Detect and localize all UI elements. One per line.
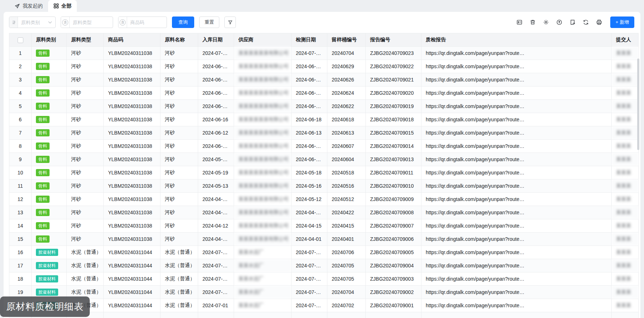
report-url-cell[interactable]: https://qr.dingtalk.com/page/yunpan?rout… <box>421 100 612 113</box>
table-row[interactable]: 8骨料河砂YLBM20240311038河砂2024-06-…某某某某某某有限公… <box>9 140 639 153</box>
supplier-cell[interactable]: 某某某某某某有限公司 <box>234 233 291 246</box>
sample-bucket-cell[interactable]: 20240422 <box>327 206 366 219</box>
report-url-cell[interactable]: https://qr.dingtalk.com/page/yunpan?rout… <box>421 259 612 272</box>
test-date-cell[interactable]: 2024-05-16 <box>291 179 327 193</box>
submitter-cell[interactable]: 某某某 <box>612 299 639 312</box>
cloud-upload-icon[interactable] <box>556 19 563 25</box>
submitter-cell[interactable]: 某某某 <box>612 193 639 206</box>
report-number-cell[interactable]: ZJBG20240709005 <box>366 246 421 259</box>
select-all-checkbox[interactable] <box>18 37 23 43</box>
test-date-cell[interactable]: 2024-06-13 <box>291 126 327 140</box>
sample-bucket-cell[interactable]: 20240622 <box>327 100 366 113</box>
report-url-cell[interactable]: https://qr.dingtalk.com/page/yunpan?rout… <box>421 86 612 100</box>
table-row[interactable]: 11骨料河砂YLBM20240311038河砂2024-05-13某某某某某某有… <box>9 179 639 193</box>
material-type-cell[interactable]: 水泥（普通） <box>67 259 104 272</box>
material-type-cell[interactable]: 河砂 <box>67 113 104 126</box>
submitter-cell[interactable]: 某某某 <box>612 259 639 272</box>
supplier-cell[interactable]: 某某水泥厂 <box>234 272 291 286</box>
category-cell[interactable]: 骨料 <box>32 47 67 60</box>
test-date-cell[interactable]: 2024-07-… <box>291 286 327 299</box>
supplier-cell[interactable]: 某某某某某某有限公司 <box>234 166 291 179</box>
row-number-cell[interactable]: 18 <box>9 272 32 286</box>
sample-bucket-cell[interactable]: 20240626 <box>327 73 366 86</box>
inbound-date-cell[interactable]: 2024-04-… <box>198 193 234 206</box>
material-name-cell[interactable]: 河砂 <box>160 179 198 193</box>
row-number-cell[interactable]: 17 <box>9 259 32 272</box>
product-code-cell[interactable]: YLBM20240311044 <box>104 259 160 272</box>
category-cell[interactable]: 胶凝材料 <box>32 272 67 286</box>
report-url-cell[interactable]: https://qr.dingtalk.com/page/yunpan?rout… <box>421 166 612 179</box>
material-name-cell[interactable]: 河砂 <box>160 140 198 153</box>
inbound-date-cell[interactable]: 2024-04-12 <box>198 219 234 233</box>
inbound-date-cell[interactable]: 2024-05-13 <box>198 179 234 193</box>
material-type-cell[interactable]: 河砂 <box>67 73 104 86</box>
inbound-date-cell[interactable]: 2024-07-… <box>198 272 234 286</box>
inbound-date-cell[interactable]: 2024-05-… <box>198 153 234 166</box>
row-number-cell[interactable]: 12 <box>9 193 32 206</box>
sample-bucket-cell[interactable]: 20240629 <box>327 60 366 73</box>
reset-button[interactable]: 重置 <box>199 17 219 28</box>
submitter-cell[interactable]: 某某某 <box>612 100 639 113</box>
report-number-cell[interactable]: ZJBG20240709006 <box>366 233 421 246</box>
product-code-cell[interactable]: YLBM20240311038 <box>104 153 160 166</box>
inbound-date-cell[interactable]: 2024-06-… <box>198 140 234 153</box>
test-date-cell[interactable]: 2024-07-… <box>291 47 327 60</box>
product-code-cell[interactable]: YLBM20240311038 <box>104 206 160 219</box>
submitter-cell[interactable]: 某某某 <box>612 60 639 73</box>
report-url-cell[interactable]: https://qr.dingtalk.com/page/yunpan?rout… <box>421 299 612 312</box>
category-cell[interactable]: 骨料 <box>32 206 67 219</box>
product-code-cell[interactable]: YLBM20240311038 <box>104 113 160 126</box>
sample-bucket-cell[interactable]: 20240705 <box>327 272 366 286</box>
report-url-cell[interactable]: https://qr.dingtalk.com/page/yunpan?rout… <box>421 246 612 259</box>
report-number-cell[interactable]: ZJBG20240709008 <box>366 206 421 219</box>
category-cell[interactable]: 骨料 <box>32 233 67 246</box>
material-type-cell[interactable]: 河砂 <box>67 166 104 179</box>
category-cell[interactable]: 骨料 <box>32 219 67 233</box>
material-type-cell[interactable]: 河砂 <box>67 140 104 153</box>
table-row[interactable]: 6骨料河砂YLBM20240311038河砂2024-06-16某某某某某某有限… <box>9 113 639 126</box>
submitter-cell[interactable]: 某某某 <box>612 73 639 86</box>
supplier-cell[interactable]: 某某某某某某有限公司 <box>234 126 291 140</box>
test-date-cell[interactable]: 2024-04-15 <box>291 219 327 233</box>
sample-bucket-cell[interactable]: 20240604 <box>327 153 366 166</box>
supplier-cell[interactable]: 某某水泥厂 <box>234 286 291 299</box>
row-number-cell[interactable]: 1 <box>9 47 32 60</box>
submitter-cell[interactable]: 某某某 <box>612 86 639 100</box>
material-type-cell[interactable]: 水泥（普通） <box>67 246 104 259</box>
category-cell[interactable]: 骨料 <box>32 73 67 86</box>
report-number-cell[interactable]: ZJBG20240709002 <box>366 286 421 299</box>
row-number-cell[interactable]: 10 <box>9 166 32 179</box>
material-type-cell[interactable]: 河砂 <box>67 219 104 233</box>
sample-bucket-cell[interactable]: 20240613 <box>327 126 366 140</box>
material-name-cell[interactable]: 河砂 <box>160 233 198 246</box>
inbound-date-cell[interactable]: 2024-06-… <box>198 86 234 100</box>
product-code-cell[interactable]: YLBM20240311038 <box>104 140 160 153</box>
material-type-cell[interactable]: 河砂 <box>67 179 104 193</box>
test-date-cell[interactable]: 2024-06-… <box>291 60 327 73</box>
submitter-cell[interactable]: 某某某 <box>612 179 639 193</box>
gear-icon[interactable] <box>543 19 549 25</box>
test-date-cell[interactable]: 2024-06-18 <box>291 113 327 126</box>
sample-bucket-cell[interactable]: 20240702 <box>327 299 366 312</box>
material-type-cell[interactable]: 河砂 <box>67 60 104 73</box>
category-cell[interactable]: 骨料 <box>32 166 67 179</box>
table-row[interactable]: 3骨料河砂YLBM20240311038河砂2024-06-…某某某某某某有限公… <box>9 73 639 86</box>
report-url-cell[interactable]: https://qr.dingtalk.com/page/yunpan?rout… <box>421 153 612 166</box>
report-number-cell[interactable]: ZJBG20240709009 <box>366 193 421 206</box>
product-code-cell[interactable]: YLBM20240311038 <box>104 86 160 100</box>
report-number-cell[interactable]: ZJBG20240709014 <box>366 140 421 153</box>
supplier-cell[interactable]: 某某某某某某有限公司 <box>234 100 291 113</box>
export-icon[interactable] <box>569 19 576 25</box>
table-row[interactable]: 16胶凝材料水泥（普通）YLBM20240311044水泥（普通）2024-07… <box>9 246 639 259</box>
report-url-cell[interactable]: https://qr.dingtalk.com/page/yunpan?rout… <box>421 126 612 140</box>
sample-bucket-cell[interactable]: 20240415 <box>327 219 366 233</box>
report-url-cell[interactable]: https://qr.dingtalk.com/page/yunpan?rout… <box>421 60 612 73</box>
row-number-cell[interactable]: 7 <box>9 126 32 140</box>
table-row[interactable]: 19胶凝材料水泥（普通）YLBM20240311044水泥（普通）2024-07… <box>9 286 639 299</box>
inbound-date-cell[interactable]: 2024-07-… <box>198 47 234 60</box>
tab-all[interactable]: 全部 <box>48 0 77 12</box>
category-cell[interactable]: 骨料 <box>32 153 67 166</box>
table-row[interactable]: 4骨料河砂YLBM20240311038河砂2024-06-…某某某某某某有限公… <box>9 86 639 100</box>
material-name-cell[interactable]: 水泥（普通） <box>160 246 198 259</box>
supplier-cell[interactable]: 某某某某某某有限公司 <box>234 219 291 233</box>
